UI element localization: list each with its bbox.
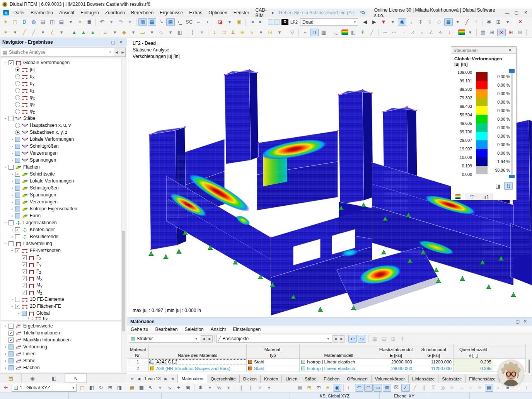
section-tool-icon[interactable]: ◪ (216, 18, 225, 26)
calculator-icon[interactable]: ⊞ (494, 18, 503, 26)
prev-analysis-button[interactable]: ◀ (114, 48, 119, 56)
tree-item-x[interactable]: φX (1, 94, 126, 101)
menu-zuordnen[interactable]: Zuordnen (102, 9, 128, 17)
line-support-icon[interactable]: ▲ (79, 29, 88, 36)
insert-surface-icon[interactable]: ▱ (101, 29, 110, 36)
next-category-button[interactable]: ▶ (339, 335, 344, 343)
snap-intersection-icon[interactable]: ☒ (392, 384, 401, 392)
expand-icon[interactable]: › (3, 351, 9, 356)
new-filter-icon[interactable]: ▽ (288, 29, 297, 36)
tree-item-schnittgr-en[interactable]: ›Schnittgrößen (1, 143, 126, 150)
tree-item-1d-fe-elemente[interactable]: ›1D FE-Elemente (1, 296, 126, 303)
table-tab-volumenk-rper[interactable]: Volumenkörper (371, 375, 409, 383)
radio[interactable] (15, 81, 20, 86)
column-header-e-ksi[interactable]: ElastizitätsmodulE [ksi] (378, 346, 414, 359)
tree-item-stabachsen-x-y-z[interactable]: Stabachsen x, y, z (1, 129, 126, 136)
legend-slider-handle-bottom[interactable] (509, 175, 515, 178)
tree-item-resultierende[interactable]: ›Resultierende (1, 233, 126, 240)
console-panel-icon[interactable]: ›_ (176, 18, 184, 26)
tree-item-global[interactable]: ›Global (1, 310, 126, 317)
checkbox-checked[interactable]: ✓ (15, 227, 20, 232)
table-cross-icon[interactable]: ✛ (398, 335, 407, 343)
tree-item-px[interactable]: pX (1, 317, 126, 320)
support-forces-icon[interactable]: ⇞ (358, 29, 367, 36)
data-tab-icon[interactable]: ▤ (0, 373, 22, 383)
tree-item-linien[interactable]: ›Linien (1, 350, 126, 357)
menu-gehe-zu[interactable]: Gehe zu (127, 326, 152, 333)
protocol-panel-icon[interactable]: ≡ (194, 18, 203, 26)
checkbox[interactable] (9, 241, 14, 246)
new-model-icon[interactable]: ✶ (2, 18, 10, 26)
snap-node-icon[interactable]: ◠ (355, 384, 363, 392)
sel-parallel-icon[interactable]: ∥ (246, 384, 255, 392)
table-tab-materialien[interactable]: Materialien (177, 374, 207, 383)
menu-ansicht[interactable]: Ansicht (207, 326, 229, 333)
free-load-icon[interactable]: ⇘ (247, 29, 256, 36)
toolbar-overflow-icon[interactable]: ▸ (272, 10, 274, 15)
checkbox-partial[interactable] (15, 186, 20, 191)
scrollbar-thumb[interactable] (529, 360, 530, 373)
radio[interactable] (15, 109, 20, 114)
cell-g-ksi[interactable]: 11200.000 (414, 359, 454, 365)
hinge-release-5-icon[interactable]: ▵ (418, 29, 426, 36)
tree-item-st-be[interactable]: ›Stäbe (1, 357, 126, 364)
checkbox-checked[interactable]: ✓ (22, 283, 27, 288)
tree-item-mz[interactable]: ✓MZ (1, 289, 126, 296)
checkbox-checked[interactable]: ✓ (9, 331, 14, 336)
plot-axes-icon[interactable]: ⌐ (301, 29, 309, 36)
tree-item-lagerreaktionen[interactable]: ›Lagerreaktionen (1, 219, 126, 226)
tab-factors[interactable] (465, 193, 479, 200)
table-group-combo[interactable]: ▦ Struktur ▾ (129, 335, 200, 343)
column-header-g-ksi[interactable]: SchubmodulG [ksi] (414, 346, 454, 359)
checkbox-partial[interactable] (9, 351, 14, 356)
column-drop-icon[interactable]: ▾ (198, 29, 206, 36)
prev-table-button[interactable]: ◀ (201, 335, 206, 343)
snap-edge-icon[interactable]: ▭ (373, 384, 382, 392)
scrollbar-thumb[interactable] (122, 231, 125, 331)
next-table-button[interactable]: ▶ (207, 335, 213, 343)
calculator-drop-icon[interactable]: ▾ (503, 18, 512, 26)
loadcase-combo[interactable]: Dead ▾ (300, 18, 358, 26)
solid-drop-icon[interactable]: ▾ (129, 29, 138, 36)
tree-item-spannungen[interactable]: ›Spannungen (1, 157, 126, 164)
radio[interactable] (28, 317, 33, 320)
menu-berechnen[interactable]: Berechnen (128, 9, 157, 17)
insert-polyline-icon[interactable]: ζ (48, 29, 56, 36)
coordinate-system-icon[interactable]: ✛ (2, 384, 10, 392)
cell-item[interactable]: 0.295 (454, 365, 493, 372)
expand-icon[interactable]: › (3, 365, 9, 370)
collapse-icon[interactable]: › (10, 304, 15, 309)
snap-magnet-icon[interactable]: ◠ (364, 384, 373, 392)
expand-icon[interactable]: › (9, 172, 15, 176)
sel-fork-icon[interactable]: ⋎ (256, 384, 264, 392)
float-panel-icon[interactable]: ▢ (513, 319, 521, 324)
snap-object-icon[interactable]: ✴ (324, 384, 332, 392)
snap-circle-icon[interactable]: ◎ (438, 384, 447, 392)
table-tab-dicken[interactable]: Dicken (239, 375, 261, 383)
sync-selection-icon[interactable]: ↩ (348, 335, 357, 343)
line-drop-icon[interactable]: ▾ (39, 29, 47, 36)
menu-ansicht[interactable]: Ansicht (56, 9, 77, 17)
tab-filter[interactable] (479, 193, 493, 200)
snap-cursor-icon[interactable]: ◉ (333, 384, 341, 392)
table-tab-fl-chens-tze[interactable]: Flächensätze (465, 375, 499, 383)
sel-line-icon[interactable]: ❙ (237, 384, 246, 392)
collapse-icon[interactable]: › (17, 310, 21, 316)
animation-icon[interactable]: ▥ (319, 29, 328, 36)
tree-item-hauptachsen-x-u-v[interactable]: Hauptachsen x, u, v (1, 122, 126, 129)
expand-icon[interactable]: › (9, 234, 15, 239)
legend-slider-track[interactable] (511, 70, 513, 177)
solid-results-icon[interactable]: ◇ (435, 18, 443, 26)
calc-settings-icon[interactable]: ✱ (485, 18, 493, 26)
menu-einf-gen[interactable]: Einfügen (77, 9, 102, 17)
sel-fork-drop-icon[interactable]: ▾ (265, 384, 273, 392)
expand-icon[interactable]: › (9, 151, 15, 155)
menu-extras[interactable]: Extras (186, 9, 205, 17)
save-icon[interactable]: ◫ (48, 18, 56, 26)
panel-options-button-icon[interactable]: ◨ (494, 182, 502, 190)
expand-icon[interactable]: › (9, 137, 15, 142)
checkbox[interactable] (9, 220, 14, 225)
mesh-active-icon[interactable]: ⊠ (497, 29, 506, 36)
tree-item-fy[interactable]: ✓FY (1, 261, 126, 268)
mesh-points-icon[interactable]: ⊞ (488, 29, 496, 36)
